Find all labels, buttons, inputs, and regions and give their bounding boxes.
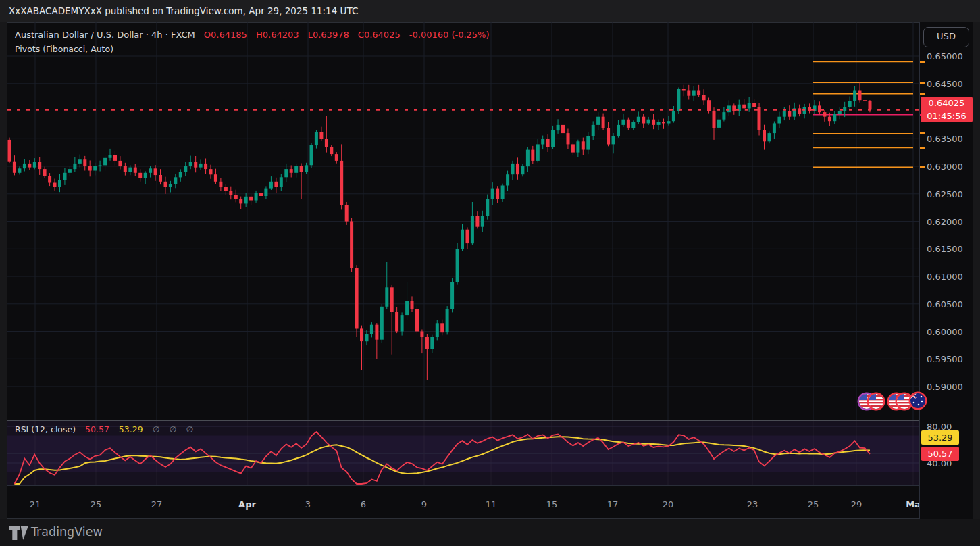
ohlc-close: C0.64025 <box>358 30 401 40</box>
pivot-level-tick <box>920 147 925 149</box>
price-axis-label: 0.62000 <box>927 216 963 228</box>
last-price-value: 0.64025 <box>921 97 973 109</box>
price-axis-label: 0.61000 <box>927 270 963 283</box>
time-axis-label: 23 <box>747 498 758 512</box>
price-axis-label: 0.59500 <box>927 353 963 366</box>
price-axis-label: 0.60000 <box>927 326 963 339</box>
price-axis-label: 0.62500 <box>927 188 963 201</box>
price-axis-label: 0.64500 <box>927 78 963 91</box>
time-axis-label: 21 <box>30 498 41 512</box>
time-axis-label: 11 <box>486 498 497 512</box>
price-axis-label: 0.61500 <box>927 243 963 255</box>
tradingview-brand-text[interactable]: TradingView <box>31 525 103 539</box>
au-flag-icon[interactable] <box>908 391 928 411</box>
rsi-value-badge: 53.29 <box>921 430 959 445</box>
time-axis-separator <box>7 485 973 486</box>
ohlc-low: L0.63978 <box>308 30 349 40</box>
ohlc-high: H0.64203 <box>256 30 299 40</box>
bar-countdown: 01:45:56 <box>921 109 973 122</box>
symbol-legend: Australian Dollar / U.S. Dollar · 4h · F… <box>15 30 490 40</box>
time-axis-label: 9 <box>421 498 427 512</box>
price-axis[interactable]: USD 0.64025 01:45:56 0.650000.645000.635… <box>919 22 973 519</box>
ohlc-open: O0.64185 <box>204 30 247 40</box>
time-axis-label: 6 <box>361 498 366 512</box>
rsi-value-badge: 50.57 <box>921 447 959 461</box>
pivot-level-tick <box>920 132 925 134</box>
price-axis-label: 0.60500 <box>927 298 963 311</box>
time-axis-label: Ma <box>906 498 921 512</box>
rsi-empty-slot-icon: ∅ <box>153 424 160 435</box>
rsi-ma-value: 53.29 <box>119 424 143 435</box>
ohlc-change: -0.00160 (-0.25%) <box>409 30 490 40</box>
indicator-legend-pivots[interactable]: Pivots (Fibonacci, Auto) <box>15 44 113 54</box>
rsi-value: 50.57 <box>85 424 109 435</box>
time-axis-label: Apr <box>238 498 256 512</box>
time-axis-label: 17 <box>607 498 619 512</box>
tradingview-logo-icon[interactable] <box>9 524 29 541</box>
time-axis-label: 3 <box>305 498 311 512</box>
rsi-empty-slot-icon: ∅ <box>186 424 193 435</box>
indicator-legend-rsi[interactable]: RSI (12, close) 50.57 53.29 ∅ ∅ ∅ <box>15 424 193 435</box>
price-axis-label: 0.65000 <box>927 50 963 63</box>
us-flag-icon[interactable] <box>866 391 886 412</box>
publish-bar: XxXABACADEMYXxX published on TradingView… <box>0 0 980 22</box>
time-axis-label: 25 <box>808 498 819 512</box>
symbol-title[interactable]: Australian Dollar / U.S. Dollar · 4h · F… <box>15 30 195 40</box>
price-axis-label: 0.63500 <box>927 132 963 145</box>
footer-bar: TradingView <box>0 519 980 546</box>
pivot-level-tick <box>920 82 925 84</box>
time-axis-label: 20 <box>663 498 674 512</box>
currency-button[interactable]: USD <box>923 27 969 47</box>
time-axis-label: 27 <box>151 498 163 512</box>
pane-separator[interactable] <box>7 420 973 421</box>
time-axis-label: 29 <box>851 498 862 512</box>
pivot-level-tick <box>920 166 925 168</box>
price-axis-label: 0.59000 <box>927 380 963 393</box>
price-chart-pane[interactable] <box>7 22 919 421</box>
pivot-level-tick <box>920 61 925 63</box>
price-axis-label: 0.63000 <box>927 160 963 173</box>
pivot-level-tick <box>920 93 925 95</box>
publish-text: XxXABACADEMYXxX published on TradingView… <box>9 5 358 16</box>
rsi-title: RSI (12, close) <box>15 424 76 435</box>
time-axis-label: 15 <box>546 498 558 512</box>
time-axis-label: 25 <box>91 498 102 512</box>
last-price-badge: 0.64025 01:45:56 <box>921 97 973 122</box>
tradingview-snapshot: XxXABACADEMYXxX published on TradingView… <box>0 0 980 546</box>
rsi-empty-slot-icon: ∅ <box>170 424 177 435</box>
